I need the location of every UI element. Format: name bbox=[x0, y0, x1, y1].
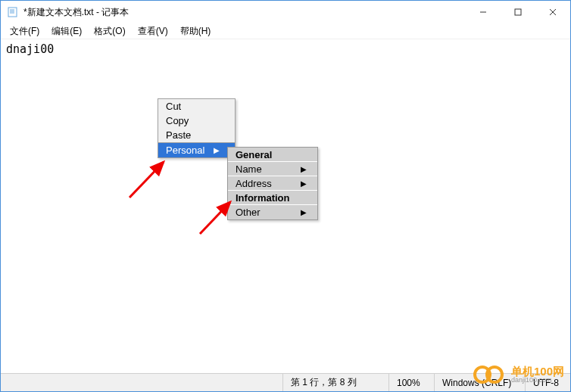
ctx-personal-label: Personal bbox=[166, 145, 204, 156]
watermark-text: 单机100网 danji100.com bbox=[511, 366, 564, 384]
sub-general-label: General bbox=[236, 149, 272, 160]
watermark-logo-icon bbox=[473, 362, 507, 387]
watermark-name: 单机100网 bbox=[511, 366, 564, 377]
ctx-paste[interactable]: Paste bbox=[158, 128, 235, 142]
sub-information[interactable]: Information bbox=[228, 191, 317, 205]
menu-edit[interactable]: 编辑(E) bbox=[45, 23, 88, 39]
menu-format[interactable]: 格式(O) bbox=[88, 23, 131, 39]
sub-name[interactable]: Name▶ bbox=[228, 162, 317, 176]
sub-address-label: Address bbox=[236, 178, 272, 189]
personal-submenu: General Name▶ Address▶ Information Other… bbox=[227, 147, 318, 220]
context-menu: Cut Copy Paste Personal ▶ bbox=[158, 98, 236, 158]
menu-help[interactable]: 帮助(H) bbox=[174, 23, 217, 39]
ctx-copy[interactable]: Copy bbox=[158, 114, 235, 128]
chevron-right-icon: ▶ bbox=[301, 208, 307, 216]
menu-view[interactable]: 查看(V) bbox=[132, 23, 174, 39]
sub-information-label: Information bbox=[236, 192, 290, 204]
chevron-right-icon: ▶ bbox=[301, 165, 307, 173]
ctx-cut[interactable]: Cut bbox=[158, 99, 235, 114]
status-zoom: 100% bbox=[388, 374, 434, 391]
app-icon bbox=[7, 6, 19, 18]
notepad-window: *新建文本文档.txt - 记事本 文件(F) 编辑(E) 格式(O) 查看(V… bbox=[0, 0, 571, 392]
close-button[interactable] bbox=[535, 1, 570, 23]
titlebar: *新建文本文档.txt - 记事本 bbox=[1, 1, 570, 23]
submenu-arrow-icon: ▶ bbox=[214, 146, 220, 154]
menu-file[interactable]: 文件(F) bbox=[4, 23, 45, 39]
minimize-button[interactable] bbox=[466, 1, 501, 23]
watermark-url: danji100.com bbox=[511, 377, 564, 384]
chevron-right-icon: ▶ bbox=[301, 179, 307, 188]
window-controls bbox=[466, 1, 570, 23]
watermark: 单机100网 danji100.com bbox=[473, 362, 564, 387]
sub-other[interactable]: Other▶ bbox=[228, 205, 317, 219]
sub-address[interactable]: Address▶ bbox=[228, 176, 317, 191]
ctx-cut-label: Cut bbox=[166, 101, 181, 112]
document-text: dnaji00 bbox=[6, 42, 54, 56]
sub-other-label: Other bbox=[236, 207, 261, 218]
ctx-personal[interactable]: Personal ▶ bbox=[158, 143, 235, 157]
ctx-paste-label: Paste bbox=[166, 129, 191, 141]
status-position: 第 1 行，第 8 列 bbox=[282, 374, 388, 391]
sub-name-label: Name bbox=[236, 163, 262, 175]
sub-general[interactable]: General bbox=[228, 148, 317, 162]
ctx-copy-label: Copy bbox=[166, 115, 189, 126]
window-title: *新建文本文档.txt - 记事本 bbox=[23, 6, 466, 19]
svg-rect-5 bbox=[515, 9, 521, 15]
menubar: 文件(F) 编辑(E) 格式(O) 查看(V) 帮助(H) bbox=[1, 23, 570, 39]
maximize-button[interactable] bbox=[501, 1, 535, 23]
svg-rect-0 bbox=[8, 8, 17, 17]
